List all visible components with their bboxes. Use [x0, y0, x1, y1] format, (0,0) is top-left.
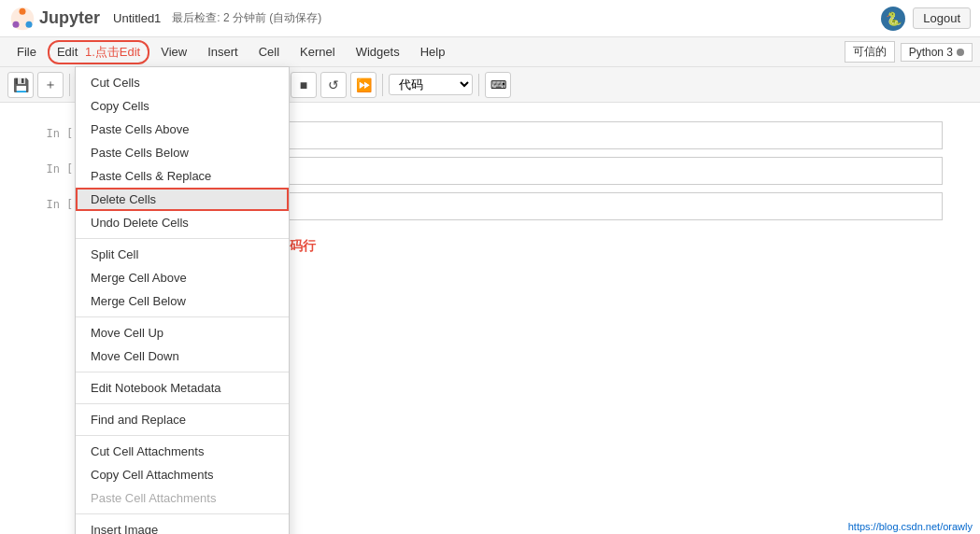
jupyter-logo-text: Jupyter: [39, 8, 100, 28]
toolbar-sep-5: [478, 74, 479, 96]
toolbar-sep-4: [382, 74, 383, 96]
edit-label: Edit: [57, 45, 78, 59]
copy-attachments-label: Copy Cell Attachments: [91, 468, 214, 482]
copy-cells-label: Copy Cells: [91, 99, 149, 113]
menu-move-up[interactable]: Move Cell Up: [76, 321, 289, 344]
paste-above-label: Paste Cells Above: [91, 122, 190, 136]
menu-find-replace[interactable]: Find and Replace: [76, 408, 289, 431]
cut-attachments-label: Cut Cell Attachments: [91, 444, 204, 458]
keyboard-shortcut-button[interactable]: ⌨: [485, 72, 511, 98]
split-cell-label: Split Cell: [91, 247, 138, 261]
svg-point-1: [20, 7, 26, 14]
dropdown-sep-3: [76, 372, 289, 372]
restart-run-button[interactable]: ⏩: [350, 72, 376, 98]
menu-undo-delete[interactable]: Undo Delete Cells: [76, 211, 289, 234]
menu-item-widgets[interactable]: Widgets: [347, 41, 409, 63]
dropdown-sep-1: [76, 238, 289, 239]
cell-type-select[interactable]: 代码: [389, 74, 473, 95]
merge-below-label: Merge Cell Below: [91, 294, 186, 308]
kernel-status-dot: [957, 49, 964, 56]
menu-paste-below[interactable]: Paste Cells Below: [76, 141, 289, 164]
menu-paste-above[interactable]: Paste Cells Above: [76, 118, 289, 141]
menu-item-insert[interactable]: Insert: [198, 41, 248, 63]
kernel-badge: Python 3: [901, 43, 973, 62]
edit-dropdown-menu: Cut Cells Copy Cells Paste Cells Above P…: [75, 66, 290, 534]
python-icon: 🐍: [881, 7, 905, 31]
menu-paste-replace[interactable]: Paste Cells & Replace: [76, 164, 289, 188]
paste-replace-label: Paste Cells & Replace: [91, 169, 211, 183]
menu-move-down[interactable]: Move Cell Down: [76, 344, 289, 368]
menu-delete-cells[interactable]: Delete Cells: [76, 188, 289, 211]
menu-merge-above[interactable]: Merge Cell Above: [76, 266, 289, 289]
menu-cut-cells[interactable]: Cut Cells: [76, 71, 289, 94]
edit-annotation: 1.点击Edit: [85, 45, 140, 59]
menu-item-edit[interactable]: Edit 1.点击Edit: [48, 40, 149, 64]
restart-button[interactable]: ↺: [320, 72, 347, 98]
menu-edit-metadata[interactable]: Edit Notebook Metadata: [76, 376, 289, 400]
move-down-label: Move Cell Down: [91, 349, 179, 363]
menu-cut-attachments[interactable]: Cut Cell Attachments: [76, 440, 289, 463]
menu-item-help[interactable]: Help: [411, 41, 455, 63]
logout-button[interactable]: Logout: [913, 7, 971, 29]
paste-below-label: Paste Cells Below: [91, 146, 189, 160]
dropdown-sep-4: [76, 403, 289, 404]
menu-item-file[interactable]: File: [7, 41, 46, 63]
dropdown-sep-2: [76, 316, 289, 317]
menu-item-kernel[interactable]: Kernel: [291, 41, 345, 63]
menu-item-view[interactable]: View: [151, 41, 196, 63]
edit-metadata-label: Edit Notebook Metadata: [91, 381, 220, 395]
menu-split-cell[interactable]: Split Cell: [76, 243, 289, 266]
stop-button[interactable]: ■: [291, 72, 317, 98]
toolbar-sep-1: [69, 74, 70, 96]
jupyter-logo: Jupyter: [9, 6, 100, 32]
move-up-label: Move Cell Up: [91, 326, 163, 340]
top-bar: Jupyter Untitled1 最后检查: 2 分钟前 (自动保存) 🐍 L…: [0, 0, 980, 37]
kernel-name: Python 3: [909, 46, 953, 59]
menu-copy-attachments[interactable]: Copy Cell Attachments: [76, 463, 289, 486]
menu-paste-attachments: Paste Cell Attachments: [76, 486, 289, 510]
save-button[interactable]: 💾: [7, 72, 34, 98]
merge-above-label: Merge Cell Above: [91, 271, 187, 285]
find-replace-label: Find and Replace: [91, 413, 186, 427]
bottom-link[interactable]: https://blog.csdn.net/orawly: [848, 521, 973, 532]
delete-cells-label: Delete Cells: [91, 192, 156, 206]
svg-point-2: [13, 21, 20, 27]
autosave-info: 最后检查: 2 分钟前 (自动保存): [172, 10, 321, 26]
paste-attachments-label: Paste Cell Attachments: [91, 491, 216, 505]
undo-delete-label: Undo Delete Cells: [91, 216, 189, 230]
menu-item-cell[interactable]: Cell: [249, 41, 289, 63]
menu-merge-below[interactable]: Merge Cell Below: [76, 289, 289, 313]
dropdown-sep-5: [76, 435, 289, 436]
notebook-title[interactable]: Untitled1: [113, 11, 161, 25]
insert-image-label: Insert Image: [91, 523, 158, 534]
menu-copy-cells[interactable]: Copy Cells: [76, 94, 289, 118]
jupyter-logo-icon: [9, 6, 36, 32]
add-cell-button[interactable]: ＋: [37, 72, 64, 98]
dropdown-sep-6: [76, 513, 289, 514]
svg-point-3: [26, 21, 33, 27]
trusted-badge: 可信的: [845, 41, 895, 63]
menu-insert-image[interactable]: Insert Image: [76, 518, 289, 534]
menu-bar: File Edit 1.点击Edit View Insert Cell Kern…: [0, 37, 980, 67]
cut-cells-label: Cut Cells: [91, 76, 140, 90]
